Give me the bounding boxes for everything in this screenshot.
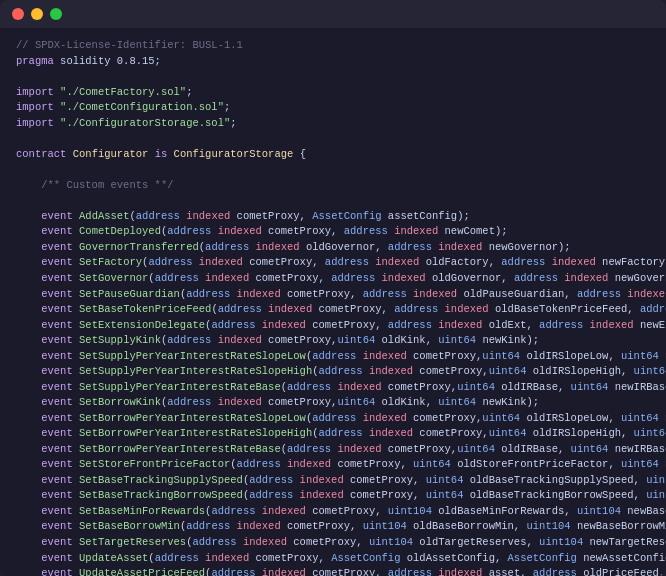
- code-line: [16, 131, 650, 147]
- code-line: event UpdateAsset(address indexed cometP…: [16, 551, 650, 567]
- code-line: [16, 69, 650, 85]
- code-editor[interactable]: // SPDX-License-Identifier: BUSL-1.1prag…: [0, 28, 666, 576]
- code-line: event SetBaseTokenPriceFeed(address inde…: [16, 302, 650, 318]
- code-line: import "./CometFactory.sol";: [16, 85, 650, 101]
- code-line: event SetBaseBorrowMin(address indexed c…: [16, 519, 650, 535]
- code-line: event SetBorrowPerYearInterestRateBase(a…: [16, 442, 650, 458]
- title-bar: [0, 0, 666, 28]
- minimize-dot[interactable]: [31, 8, 43, 20]
- code-line: event SetGovernor(address indexed cometP…: [16, 271, 650, 287]
- code-line: event SetFactory(address indexed cometPr…: [16, 255, 650, 271]
- code-line: [16, 162, 650, 178]
- code-line: pragma solidity 0.8.15;: [16, 54, 650, 70]
- code-line: /** Custom events **/: [16, 178, 650, 194]
- code-line: event SetExtensionDelegate(address index…: [16, 318, 650, 334]
- code-line: event SetBorrowPerYearInterestRateSlopeH…: [16, 426, 650, 442]
- code-line: event SetBaseTrackingBorrowSpeed(address…: [16, 488, 650, 504]
- code-line: event SetPauseGuardian(address indexed c…: [16, 287, 650, 303]
- code-line: import "./ConfiguratorStorage.sol";: [16, 116, 650, 132]
- code-line: import "./CometConfiguration.sol";: [16, 100, 650, 116]
- code-line: event GovernorTransferred(address indexe…: [16, 240, 650, 256]
- code-line: event SetBaseTrackingSupplySpeed(address…: [16, 473, 650, 489]
- code-line: event CometDeployed(address indexed come…: [16, 224, 650, 240]
- code-line: event SetBorrowPerYearInterestRateSlopeL…: [16, 411, 650, 427]
- code-line: event SetSupplyPerYearInterestRateSlopeH…: [16, 364, 650, 380]
- editor-window: // SPDX-License-Identifier: BUSL-1.1prag…: [0, 0, 666, 576]
- code-line: event SetBaseMinForRewards(address index…: [16, 504, 650, 520]
- code-line: event SetSupplyPerYearInterestRateBase(a…: [16, 380, 650, 396]
- code-line: event SetSupplyKink(address indexed come…: [16, 333, 650, 349]
- code-line: event SetStoreFrontPriceFactor(address i…: [16, 457, 650, 473]
- code-line: event SetSupplyPerYearInterestRateSlopeL…: [16, 349, 650, 365]
- code-line: contract Configurator is ConfiguratorSto…: [16, 147, 650, 163]
- code-line: // SPDX-License-Identifier: BUSL-1.1: [16, 38, 650, 54]
- maximize-dot[interactable]: [50, 8, 62, 20]
- code-line: event SetBorrowKink(address indexed come…: [16, 395, 650, 411]
- code-line: [16, 193, 650, 209]
- close-dot[interactable]: [12, 8, 24, 20]
- code-line: event AddAsset(address indexed cometProx…: [16, 209, 650, 225]
- code-line: event SetTargetReserves(address indexed …: [16, 535, 650, 551]
- code-line: event UpdateAssetPriceFeed(address index…: [16, 566, 650, 576]
